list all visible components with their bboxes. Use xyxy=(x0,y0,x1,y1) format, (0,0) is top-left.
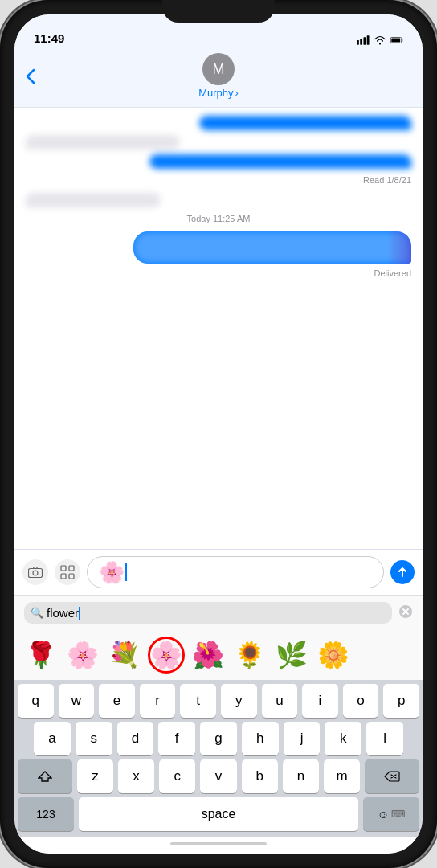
keyboard: q w e r t y u i o p a s d f g h j k xyxy=(14,680,423,837)
message-row xyxy=(26,231,411,264)
messages-area: Read 1/8/21 Today 11:25 AM Delivered xyxy=(14,108,423,549)
clear-search-button[interactable] xyxy=(398,604,413,622)
keyboard-row-3: z x c v b n m xyxy=(14,755,423,793)
search-field[interactable]: 🔍 flower xyxy=(24,602,392,624)
emoji-keyboard-key[interactable]: ☺ ⌨ xyxy=(363,797,419,831)
phone-screen: 11:49 xyxy=(14,14,423,854)
message-input[interactable]: 🌸 xyxy=(87,556,384,588)
keyboard-row-1: q w e r t y u i o p xyxy=(14,680,423,718)
keyboard-row-2: a s d f g h j k l xyxy=(14,718,423,755)
key-y[interactable]: y xyxy=(221,684,257,718)
key-b[interactable]: b xyxy=(242,760,278,793)
key-l[interactable]: l xyxy=(366,722,403,755)
emoji-blossom-highlighted[interactable]: 🌸 xyxy=(148,637,185,674)
today-timestamp: Today 11:25 AM xyxy=(26,214,411,223)
search-text: flower xyxy=(47,606,79,620)
emoji-blossom2[interactable]: 🌼 xyxy=(315,637,352,674)
received-bubble xyxy=(26,193,161,207)
key-t[interactable]: t xyxy=(180,684,216,718)
message-row xyxy=(26,154,411,169)
signal-icon xyxy=(357,35,370,45)
phone-frame: 11:49 xyxy=(0,0,437,868)
sent-bubble xyxy=(149,154,411,169)
key-z[interactable]: z xyxy=(77,760,113,793)
message-row xyxy=(26,116,411,130)
battery-icon xyxy=(390,35,403,45)
key-c[interactable]: c xyxy=(159,760,195,793)
message-row xyxy=(26,135,411,149)
svg-rect-2 xyxy=(363,37,366,44)
status-time: 11:49 xyxy=(34,31,64,45)
svg-rect-5 xyxy=(391,38,400,42)
key-k[interactable]: k xyxy=(325,722,361,755)
back-button[interactable] xyxy=(26,68,35,84)
search-cursor xyxy=(79,607,80,620)
contact-header[interactable]: M Murphy › xyxy=(198,53,239,99)
key-e[interactable]: e xyxy=(99,684,135,718)
delete-key[interactable] xyxy=(365,760,419,793)
search-icon: 🔍 xyxy=(31,607,43,619)
emoji-cherry-blossom[interactable]: 🌸 xyxy=(64,637,101,674)
sent-bubble xyxy=(199,116,411,130)
svg-rect-9 xyxy=(69,566,74,571)
emoji-bouquet[interactable]: 💐 xyxy=(106,637,143,674)
svg-rect-3 xyxy=(367,35,370,44)
emoji-hibiscus[interactable]: 🌺 xyxy=(190,637,227,674)
camera-button[interactable] xyxy=(22,559,48,585)
key-i[interactable]: i xyxy=(302,684,338,718)
key-a[interactable]: a xyxy=(34,722,71,755)
key-v[interactable]: v xyxy=(200,760,236,793)
sent-bubble xyxy=(133,231,411,264)
svg-rect-11 xyxy=(69,574,74,579)
emoji-sunflower[interactable]: 🌻 xyxy=(231,637,268,674)
home-indicator xyxy=(14,837,423,854)
key-u[interactable]: u xyxy=(262,684,298,718)
keyboard-bottom-row: 123 space ☺ ⌨ xyxy=(14,793,423,837)
message-row xyxy=(26,193,411,207)
read-timestamp: Read 1/8/21 xyxy=(26,175,411,185)
emoji-rose[interactable]: 🌹 xyxy=(22,637,59,674)
svg-rect-6 xyxy=(29,569,43,578)
avatar: M xyxy=(202,53,235,85)
svg-rect-8 xyxy=(61,566,66,571)
key-r[interactable]: r xyxy=(140,684,176,718)
key-w[interactable]: w xyxy=(59,684,95,718)
space-key[interactable]: space xyxy=(79,797,358,831)
key-p[interactable]: p xyxy=(383,684,419,718)
received-bubble xyxy=(26,135,180,149)
svg-rect-10 xyxy=(61,574,66,579)
svg-rect-0 xyxy=(357,40,359,45)
notch xyxy=(162,0,275,23)
key-n[interactable]: n xyxy=(283,760,319,793)
key-q[interactable]: q xyxy=(18,684,54,718)
flower-emoji-in-input: 🌸 xyxy=(99,562,125,583)
delivered-label: Delivered xyxy=(26,268,411,278)
emoji-herb[interactable]: 🌿 xyxy=(273,637,310,674)
input-area: 🌸 xyxy=(14,549,423,595)
home-bar xyxy=(170,842,267,845)
wifi-icon xyxy=(374,35,386,45)
emoji-strip: 🌹 🌸 💐 🌸 🌺 🌻 🌿 🌼 xyxy=(14,630,423,680)
apps-button[interactable] xyxy=(55,559,80,585)
svg-point-7 xyxy=(33,571,38,575)
key-g[interactable]: g xyxy=(200,722,237,755)
nav-bar: M Murphy › xyxy=(14,50,423,108)
key-f[interactable]: f xyxy=(158,722,195,755)
contact-name: Murphy › xyxy=(198,87,239,99)
emoji-search-bar: 🔍 flower xyxy=(14,595,423,630)
text-cursor xyxy=(125,563,127,581)
svg-rect-1 xyxy=(360,39,362,45)
key-o[interactable]: o xyxy=(343,684,379,718)
key-d[interactable]: d xyxy=(117,722,154,755)
send-button[interactable] xyxy=(390,560,415,584)
shift-key[interactable] xyxy=(18,760,72,793)
key-j[interactable]: j xyxy=(284,722,321,755)
key-h[interactable]: h xyxy=(242,722,279,755)
key-m[interactable]: m xyxy=(324,760,360,793)
key-x[interactable]: x xyxy=(118,760,154,793)
key-s[interactable]: s xyxy=(76,722,112,755)
status-icons xyxy=(357,35,403,45)
numbers-key[interactable]: 123 xyxy=(18,797,74,831)
